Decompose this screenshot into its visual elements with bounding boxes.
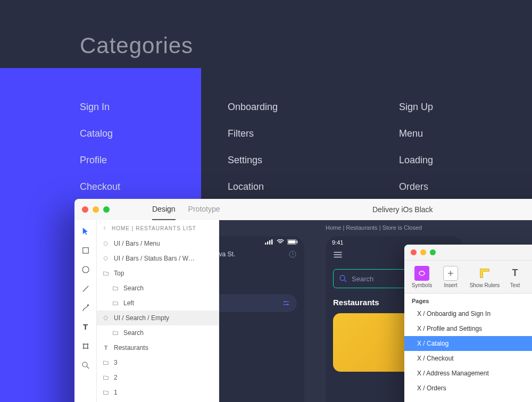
titlebar xyxy=(404,245,532,261)
text-tool-icon[interactable]: T xyxy=(81,322,90,332)
page-item[interactable]: X / Orders xyxy=(404,381,532,396)
oval-tool-icon[interactable] xyxy=(81,265,90,274)
layer-row[interactable]: UI / Bars / Menu xyxy=(97,236,219,251)
rulers-button[interactable]: Show Rulers xyxy=(466,266,503,288)
pointer-tool-icon[interactable] xyxy=(81,227,90,236)
plus-icon xyxy=(447,270,454,277)
folder-icon xyxy=(112,299,119,307)
address-text: 88 Lermontova St. xyxy=(219,250,235,258)
svg-line-10 xyxy=(87,366,89,368)
category-link[interactable]: Sign In xyxy=(80,94,228,120)
artboard-tool-icon[interactable] xyxy=(81,341,90,351)
category-link[interactable]: Profile xyxy=(80,147,228,173)
filter-pill[interactable] xyxy=(219,294,297,312)
hero-title-fragment: e xyxy=(219,264,304,287)
back-icon[interactable] xyxy=(102,225,107,231)
page-title: Categories xyxy=(80,33,193,58)
layer-label: UI / Bars / Status Bars / W… xyxy=(114,255,195,262)
layer-row[interactable]: Left xyxy=(97,296,219,311)
svg-rect-16 xyxy=(288,240,296,244)
layer-row[interactable]: Search xyxy=(97,281,219,296)
toolbar-window: Symbols Insert Show Rulers T Text Pages … xyxy=(404,245,532,402)
folder-icon xyxy=(102,270,110,277)
svg-point-19 xyxy=(284,301,286,303)
layer-row[interactable]: Top xyxy=(97,266,219,281)
close-icon[interactable] xyxy=(411,249,417,255)
layer-row[interactable]: UI / Bars / Status Bars / W… xyxy=(97,251,219,266)
close-icon[interactable] xyxy=(82,206,88,213)
layer-row[interactable]: 3 xyxy=(97,355,219,370)
layer-row[interactable]: 1 xyxy=(97,385,219,400)
category-link[interactable]: Menu xyxy=(399,120,505,147)
titlebar: Design Prototype Delivery iOs Black xyxy=(74,199,532,220)
artboard-label: Home | Restaurants | Store is Closed xyxy=(326,224,422,231)
svg-rect-13 xyxy=(269,240,270,245)
search-placeholder: Search xyxy=(352,275,373,283)
symbol-icon xyxy=(102,240,110,247)
page-item[interactable]: X / Profile and Settings xyxy=(404,321,532,336)
mode-tabs: Design Prototype xyxy=(152,199,220,220)
symbol-icon xyxy=(102,255,110,262)
document-title: Delivery iOs Black xyxy=(372,205,433,214)
tool-label: Text xyxy=(510,282,520,288)
search-icon[interactable] xyxy=(81,361,90,370)
page-item[interactable]: X / Checkout xyxy=(404,351,532,366)
minimize-icon[interactable] xyxy=(420,249,426,255)
tool-label: Show Rulers xyxy=(470,282,500,288)
tool-label: Insert xyxy=(444,282,457,288)
page-item[interactable]: X / Onboardig and Sign In xyxy=(404,306,532,321)
tab-design[interactable]: Design xyxy=(152,199,176,220)
svg-rect-17 xyxy=(297,241,298,244)
layer-row[interactable]: UI / Search / Empty xyxy=(97,311,219,325)
status-time: 9:41 xyxy=(332,239,343,246)
traffic-lights xyxy=(82,206,110,213)
category-link[interactable]: Settings xyxy=(228,147,399,173)
category-link[interactable]: Onboarding xyxy=(228,94,399,120)
address-pill[interactable]: 88 Lermontova St. xyxy=(219,250,235,258)
svg-rect-14 xyxy=(271,239,272,245)
pages-header: Pages xyxy=(404,294,532,306)
layer-label: Search xyxy=(123,329,144,337)
layer-row[interactable]: TRestaurants xyxy=(97,340,219,355)
symbol-icon xyxy=(102,314,110,322)
layers-breadcrumb: HOME | RESTAURANTS LIST xyxy=(112,225,196,231)
layer-label: UI / Search / Empty xyxy=(114,314,169,322)
category-link[interactable]: Orders xyxy=(399,173,505,200)
zoom-icon[interactable] xyxy=(430,249,436,255)
layer-label: Restaurants xyxy=(114,344,148,351)
rectangle-tool-icon[interactable] xyxy=(81,246,90,255)
folder-icon xyxy=(102,374,110,381)
svg-point-9 xyxy=(82,362,87,367)
signal-icon xyxy=(265,239,273,245)
menu-icon[interactable] xyxy=(333,251,343,258)
symbols-button[interactable]: Symbols xyxy=(409,266,435,288)
tab-prototype[interactable]: Prototype xyxy=(188,199,220,220)
page-item[interactable]: X / Catalog xyxy=(404,336,532,351)
line-tool-icon[interactable] xyxy=(81,284,90,294)
page-item[interactable]: X / Address Management xyxy=(404,366,532,381)
text-button[interactable]: T Text xyxy=(505,266,525,288)
svg-line-2 xyxy=(82,286,88,292)
category-link[interactable]: Loading xyxy=(399,147,505,173)
clock-icon[interactable] xyxy=(288,250,297,258)
minimize-icon[interactable] xyxy=(93,206,99,213)
category-link[interactable]: Location xyxy=(228,173,399,200)
layers-header[interactable]: HOME | RESTAURANTS LIST xyxy=(97,220,219,236)
category-link[interactable]: Sign Up xyxy=(399,94,505,120)
layer-label: 2 xyxy=(114,374,118,381)
layer-row[interactable]: Search xyxy=(97,325,219,340)
category-link[interactable]: Checkout xyxy=(80,173,228,200)
category-link[interactable]: Catalog xyxy=(80,120,228,147)
category-link[interactable]: Filters xyxy=(228,120,399,147)
artboard[interactable]: 88 Lermontova St. e View All (137) xyxy=(219,236,304,402)
layer-label: 1 xyxy=(114,389,118,396)
folder-icon xyxy=(102,359,110,366)
layer-label: Search xyxy=(123,284,144,292)
layer-row[interactable]: 2 xyxy=(97,370,219,385)
vector-tool-icon[interactable] xyxy=(81,303,90,313)
layer-label: Left xyxy=(123,299,134,307)
zoom-icon[interactable] xyxy=(103,206,110,213)
insert-button[interactable]: Insert xyxy=(437,266,464,288)
search-icon xyxy=(339,274,347,283)
svg-rect-0 xyxy=(82,248,88,254)
